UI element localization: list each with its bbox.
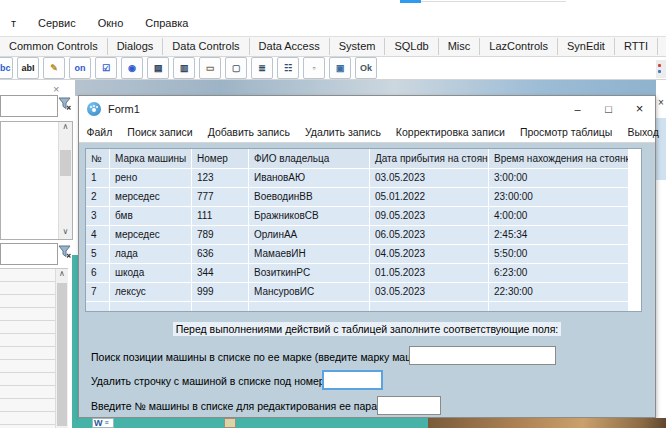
- table-row[interactable]: 2мерседес777ВоеводинВВ05.01.202223:00:00: [86, 188, 641, 207]
- form-menu-item[interactable]: Файл: [79, 126, 120, 138]
- ttreeview-icon[interactable]: Ok: [355, 57, 377, 79]
- component-filter-input[interactable]: [0, 95, 58, 117]
- palette-tab[interactable]: SQLdb: [385, 38, 438, 55]
- grid-cell[interactable]: мерседес: [110, 226, 192, 245]
- tscrollbar-icon[interactable]: ▭: [199, 57, 221, 79]
- close-button[interactable]: ×: [624, 96, 655, 121]
- table-row[interactable]: 3бмв111БражниковСВ09.05.20234:00:00: [86, 207, 641, 226]
- grid-cell[interactable]: бмв: [110, 207, 192, 226]
- grid-cell[interactable]: ВозиткинРС: [249, 264, 370, 283]
- palette-tab[interactable]: RTTI: [615, 38, 658, 55]
- ide-menu-item[interactable]: Окно: [87, 17, 135, 29]
- scroll-down-icon[interactable]: ∨: [59, 227, 72, 239]
- component-tree-list[interactable]: ∧ ∨: [0, 121, 73, 240]
- panel-close-icon[interactable]: ×: [53, 83, 59, 95]
- cars-table[interactable]: №Марка машиныНомерФИО владельцаДата приб…: [85, 148, 642, 312]
- grid-cell[interactable]: 01.05.2023: [370, 264, 489, 283]
- search-brand-input[interactable]: [409, 346, 556, 365]
- tlistview-icon[interactable]: ≣: [251, 57, 273, 79]
- form-menu-item[interactable]: Просмотр таблицы: [512, 126, 620, 138]
- table-row[interactable]: 1рено123ИвановАЮ03.05.20233:00:00: [86, 169, 641, 188]
- table-row[interactable]: 4мерседес789ОрлинАА06.05.20232:45:34: [86, 226, 641, 245]
- properties-filter-input[interactable]: [0, 243, 58, 265]
- tmemo-icon[interactable]: ✎: [43, 57, 65, 79]
- grid-cell[interactable]: лада: [110, 245, 192, 264]
- grid-cell[interactable]: 4:00:00: [489, 207, 629, 226]
- grid-cell[interactable]: 344: [192, 264, 249, 283]
- ide-menu-item[interactable]: Сервис: [27, 17, 87, 29]
- ide-menu-item[interactable]: т: [0, 17, 27, 29]
- edit-row-input[interactable]: [377, 396, 441, 415]
- palette-tab[interactable]: Common Controls: [0, 38, 108, 55]
- grid-cell[interactable]: 1: [86, 169, 110, 188]
- grid-cell[interactable]: ОрлинАА: [249, 226, 370, 245]
- grid-cell[interactable]: 3:00:00: [489, 169, 629, 188]
- table-row[interactable]: 7лексус999МансуровИС03.05.202322:30:00: [86, 283, 641, 302]
- scroll-up-icon[interactable]: ∧: [56, 269, 68, 281]
- delete-row-input[interactable]: [322, 370, 383, 390]
- tlabel-icon[interactable]: Abc: [0, 57, 13, 79]
- form-menu-item[interactable]: Удалить запись: [297, 126, 388, 138]
- word-document-icon[interactable]: W≡: [92, 418, 114, 428]
- table-row[interactable]: 6шкода344ВозиткинРС01.05.20236:23:00: [86, 264, 641, 283]
- palette-tab[interactable]: Data Controls: [163, 38, 249, 55]
- tpanel-icon[interactable]: ▢: [225, 57, 247, 79]
- form-titlebar[interactable]: Form1 – □ ×: [79, 96, 655, 121]
- tedit-icon[interactable]: abI: [17, 57, 39, 79]
- form-menu-item[interactable]: Добавить запись: [200, 126, 297, 138]
- grid-cell[interactable]: 2:45:34: [489, 226, 629, 245]
- grid-cell[interactable]: 111: [192, 207, 249, 226]
- tree-scrollbar[interactable]: ∧ ∨: [58, 122, 72, 239]
- background-close-icon[interactable]: ×: [656, 92, 666, 114]
- table-row[interactable]: 5лада636МамаевИН04.05.20235:50:00: [86, 245, 641, 264]
- tcombobox-icon[interactable]: ▥: [173, 57, 195, 79]
- grid-cell[interactable]: 5: [86, 245, 110, 264]
- grid-cell[interactable]: шкода: [110, 264, 192, 283]
- grid-cell[interactable]: 2: [86, 188, 110, 207]
- tchecklistbox-icon[interactable]: ☷: [277, 57, 299, 79]
- grid-cell[interactable]: 5:50:00: [489, 245, 629, 264]
- grid-cell[interactable]: БражниковСВ: [249, 207, 370, 226]
- scroll-up-icon[interactable]: ∧: [59, 122, 72, 134]
- grid-cell[interactable]: рено: [110, 169, 192, 188]
- scrollbar-thumb[interactable]: [60, 150, 71, 176]
- palette-tab[interactable]: SynEdit: [558, 38, 615, 55]
- grid-cell[interactable]: 4: [86, 226, 110, 245]
- tframe-icon[interactable]: ▣: [329, 57, 351, 79]
- scrollbar-thumb[interactable]: [57, 283, 67, 426]
- grid-cell[interactable]: 636: [192, 245, 249, 264]
- ide-menu-item[interactable]: Справка: [134, 17, 199, 29]
- palette-tab[interactable]: LazControls: [480, 38, 558, 55]
- grid-cell[interactable]: ИвановАЮ: [249, 169, 370, 188]
- palette-tab[interactable]: Data Access: [250, 38, 330, 55]
- grid-cell[interactable]: 6:23:00: [489, 264, 629, 283]
- form-menu-item[interactable]: Корректировка записи: [388, 126, 512, 138]
- ttogglebox-icon[interactable]: on: [69, 57, 91, 79]
- grid-cell[interactable]: 789: [192, 226, 249, 245]
- grid-cell[interactable]: мерседес: [110, 188, 192, 207]
- palette-tab[interactable]: Misc: [439, 38, 481, 55]
- palette-tab[interactable]: Dialogs: [108, 38, 164, 55]
- grid-cell[interactable]: 09.05.2023: [370, 207, 489, 226]
- grid-cell[interactable]: 04.05.2023: [370, 245, 489, 264]
- grid-cell[interactable]: МамаевИН: [249, 245, 370, 264]
- palette-tab[interactable]: IPro: [658, 38, 666, 55]
- minimize-button[interactable]: –: [562, 96, 593, 121]
- tlistbox-icon[interactable]: ▤: [147, 57, 169, 79]
- grid-cell[interactable]: МансуровИС: [249, 283, 370, 302]
- grid-cell[interactable]: лексус: [110, 283, 192, 302]
- grid-cell[interactable]: 06.05.2023: [370, 226, 489, 245]
- filter-funnel-icon[interactable]: [58, 97, 72, 113]
- maximize-button[interactable]: □: [593, 96, 624, 121]
- properties-scrollbar[interactable]: ∧: [55, 269, 68, 428]
- grid-cell[interactable]: 7: [86, 283, 110, 302]
- grid-cell[interactable]: 3: [86, 207, 110, 226]
- filter-funnel-icon[interactable]: [58, 245, 72, 261]
- grid-cell[interactable]: 03.05.2023: [370, 283, 489, 302]
- grid-cell[interactable]: 123: [192, 169, 249, 188]
- palette-tab[interactable]: System: [330, 38, 386, 55]
- grid-cell[interactable]: 777: [192, 188, 249, 207]
- tradiobutton-icon[interactable]: ◉: [121, 57, 143, 79]
- grid-cell[interactable]: 22:30:00: [489, 283, 629, 302]
- grid-cell[interactable]: 23:00:00: [489, 188, 629, 207]
